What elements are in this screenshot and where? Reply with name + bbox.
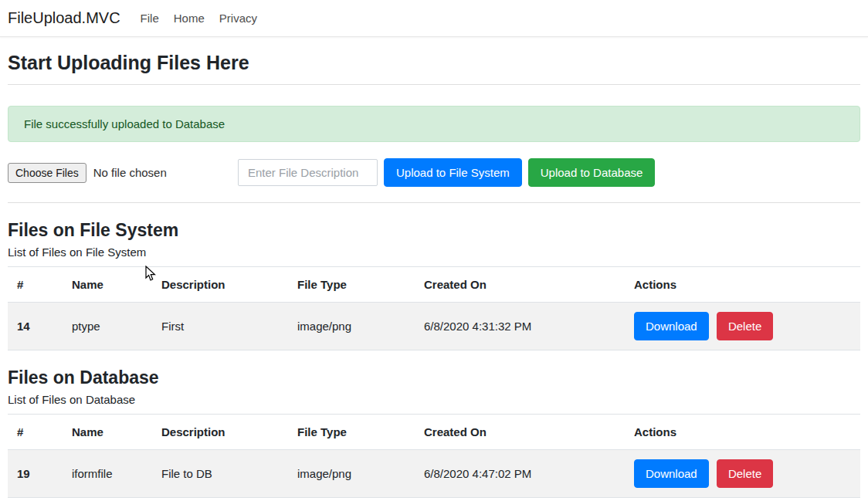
header-name: Name [63, 415, 152, 450]
header-actions: Actions [625, 415, 860, 450]
file-system-section-subtitle: List of Files on File System [8, 245, 860, 259]
main-content: Start Uploading Files Here File successf… [0, 52, 868, 498]
file-system-section-title: Files on File System [8, 220, 860, 241]
navbar: FileUpload.MVC File Home Privacy [0, 0, 868, 37]
header-name: Name [63, 267, 152, 303]
header-id: # [8, 267, 63, 303]
no-file-chosen-text: No file chosen [93, 166, 167, 179]
brand-link[interactable]: FileUpload.MVC [8, 9, 120, 27]
database-section-subtitle: List of Files on Database [8, 393, 860, 406]
cell-description: File to DB [152, 450, 288, 498]
table-header-row: # Name Description File Type Created On … [8, 415, 860, 450]
cell-id: 14 [8, 303, 63, 350]
header-description: Description [152, 415, 288, 450]
delete-button[interactable]: Delete [717, 459, 773, 488]
table-header-row: # Name Description File Type Created On … [8, 267, 860, 303]
download-button[interactable]: Download [634, 312, 709, 340]
header-actions: Actions [625, 267, 860, 303]
cell-actions: Download Delete [625, 303, 860, 350]
nav-link-home[interactable]: Home [174, 12, 205, 25]
nav-link-privacy[interactable]: Privacy [219, 12, 257, 25]
cell-created-on: 6/8/2020 4:31:32 PM [415, 303, 625, 350]
file-system-section: Files on File System List of Files on Fi… [8, 220, 860, 350]
header-created-on: Created On [415, 415, 625, 450]
page-title: Start Uploading Files Here [8, 52, 860, 74]
cell-name: iformfile [63, 450, 152, 498]
divider [8, 202, 860, 203]
cell-actions: Download Delete [625, 450, 860, 498]
delete-button[interactable]: Delete [717, 312, 773, 340]
header-id: # [8, 415, 63, 450]
file-system-table: # Name Description File Type Created On … [8, 266, 860, 350]
success-alert: File successfully uploaded to Database [8, 106, 860, 142]
cell-created-on: 6/8/2020 4:47:02 PM [415, 450, 625, 498]
cell-name: ptype [63, 303, 152, 350]
file-description-input[interactable] [238, 159, 378, 186]
success-alert-message: File successfully uploaded to Database [24, 117, 225, 130]
choose-files-button[interactable]: Choose Files [8, 163, 86, 183]
cell-file-type: image/png [288, 303, 415, 350]
upload-to-database-button[interactable]: Upload to Database [528, 158, 656, 187]
download-button[interactable]: Download [634, 459, 709, 488]
header-file-type: File Type [288, 415, 415, 450]
cell-id: 19 [8, 450, 63, 498]
header-description: Description [152, 267, 288, 303]
upload-form: Choose Files No file chosen Upload to Fi… [8, 158, 860, 187]
database-table: # Name Description File Type Created On … [8, 414, 860, 498]
database-section: Files on Database List of Files on Datab… [8, 367, 860, 498]
divider [8, 84, 860, 85]
file-input-group: Choose Files No file chosen [8, 163, 238, 183]
header-file-type: File Type [288, 267, 415, 303]
nav-link-file[interactable]: File [141, 12, 159, 25]
cell-description: First [152, 303, 288, 350]
cell-file-type: image/png [288, 450, 415, 498]
upload-to-file-system-button[interactable]: Upload to File System [384, 158, 522, 187]
table-row: 14 ptype First image/png 6/8/2020 4:31:3… [8, 303, 860, 350]
database-section-title: Files on Database [8, 367, 860, 388]
header-created-on: Created On [415, 267, 625, 303]
table-row: 19 iformfile File to DB image/png 6/8/20… [8, 450, 860, 498]
